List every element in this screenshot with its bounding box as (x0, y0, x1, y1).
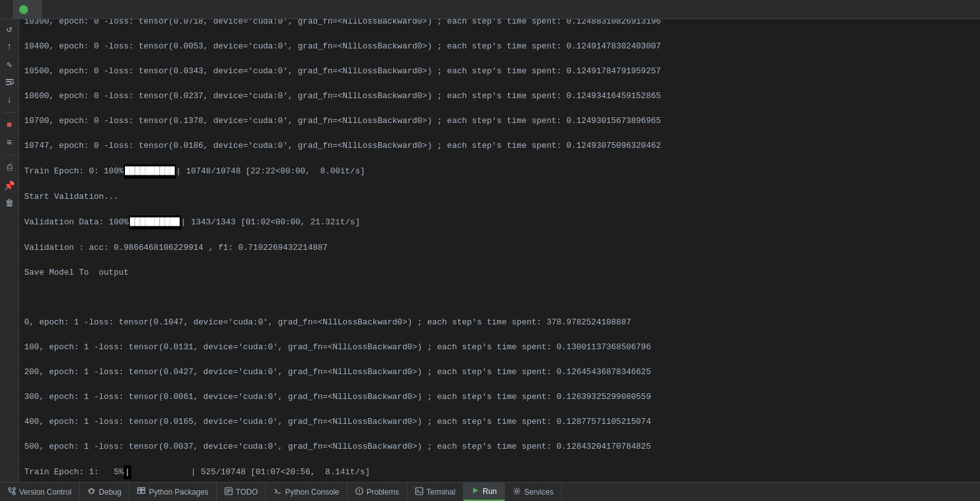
svg-rect-19 (142, 488, 145, 490)
scroll-up-button[interactable]: ↑ (3, 40, 17, 54)
bottom-tab-problems[interactable]: Problems (347, 483, 407, 501)
bottom-tab-label: TODO (236, 488, 258, 497)
python-console-icon (274, 487, 282, 497)
output-line: 10400, epoch: 0 -loss: tensor(0.0053, de… (24, 40, 975, 53)
progress-bar-1: | (124, 465, 131, 479)
output-line: 10747, epoch: 0 -loss: tensor(0.0186, de… (24, 140, 975, 152)
output-line: 100, epoch: 1 -loss: tensor(0.0131, devi… (24, 341, 975, 354)
output-line: 10300, epoch: 0 -loss: tensor(0.0718, de… (24, 19, 975, 28)
output-line: 500, epoch: 1 -loss: tensor(0.0037, devi… (24, 440, 975, 453)
svg-rect-16 (138, 490, 141, 493)
svg-line-15 (93, 492, 94, 493)
rerun-button[interactable]: ↺ (3, 22, 17, 36)
stop-button[interactable]: ■ (3, 118, 17, 132)
validation-data-progress: Validation Data: 100%██████████| 1343/13… (24, 215, 975, 229)
bottom-tab-label: Problems (367, 488, 399, 497)
clear-button[interactable]: 🗑 (3, 196, 17, 210)
output-line: 10700, epoch: 0 -loss: tensor(0.1378, de… (24, 115, 975, 127)
output-line: 10600, epoch: 0 -loss: tensor(0.0237, de… (24, 90, 975, 103)
svg-rect-1 (6, 82, 11, 83)
services-icon (513, 487, 521, 497)
train-epoch-0-progress: Train Epoch: 0: 100%██████████| 10748/10… (24, 164, 975, 178)
svg-line-14 (89, 492, 90, 493)
bottom-tab-label: Run (483, 487, 497, 496)
svg-point-9 (90, 489, 94, 493)
bottom-tab-label: Python Console (285, 488, 339, 497)
bottom-tab-debug[interactable]: Debug (80, 483, 129, 501)
main-area: ↺ ↑ ✎ ↓ ■ ≡ ⎙ 📌 🗑 9700, epoch: 0 -loss: … (0, 19, 980, 482)
pin-button[interactable]: 📌 (3, 178, 17, 192)
filters-button[interactable]: ≡ (3, 136, 17, 150)
bottom-bar: Version ControlDebugPython PackagesTODOP… (0, 482, 980, 501)
toolbar-separator-1 (4, 112, 15, 113)
svg-point-27 (359, 492, 360, 493)
toolbar-separator-2 (4, 155, 15, 156)
svg-point-5 (13, 488, 15, 490)
progress-bar-validation: ██████████ (129, 215, 181, 229)
output-line: Save Model To output (24, 266, 975, 279)
problems-icon (355, 487, 363, 497)
svg-point-3 (8, 488, 11, 490)
debug-icon (87, 487, 96, 497)
print-button[interactable]: ⎙ (3, 161, 17, 175)
svg-rect-17 (142, 490, 145, 493)
bottom-tab-version-control[interactable]: Version Control (0, 483, 80, 501)
bottom-tab-label: Python Packages (149, 488, 208, 497)
bottom-tab-label: Debug (99, 488, 121, 497)
output-line: 0, epoch: 1 -loss: tensor(0.1047, device… (24, 316, 975, 329)
svg-line-13 (93, 490, 94, 490)
empty-line (24, 291, 975, 304)
edit-button[interactable]: ✎ (3, 57, 17, 71)
python-packages-icon (137, 487, 145, 497)
toggle-wrap-button[interactable] (3, 75, 17, 89)
scroll-end-button[interactable]: ↓ (3, 93, 17, 107)
bottom-tab-label: Version Control (19, 488, 71, 497)
output-line: Validation : acc: 0.9866468106229914 , f… (24, 242, 975, 254)
bottom-tab-python-console[interactable]: Python Console (266, 483, 347, 501)
left-toolbar: ↺ ↑ ✎ ↓ ■ ≡ ⎙ 📌 🗑 (0, 19, 19, 482)
tab-bar (0, 0, 980, 19)
run-icon (471, 486, 479, 497)
run-tab[interactable] (13, 0, 43, 18)
bottom-tab-services[interactable]: Services (505, 483, 562, 501)
progress-bar-0: ██████████ (124, 164, 176, 178)
svg-rect-2 (6, 84, 10, 85)
tab-python-icon (19, 5, 28, 14)
output-line: 10500, epoch: 0 -loss: tensor(0.0343, de… (24, 65, 975, 78)
svg-rect-28 (416, 488, 423, 495)
terminal-icon (415, 487, 423, 497)
svg-point-30 (516, 490, 518, 492)
output-area[interactable]: 9700, epoch: 0 -loss: tensor(0.0173, dev… (19, 19, 980, 482)
bottom-tab-terminal[interactable]: Terminal (407, 483, 464, 501)
todo-icon (224, 487, 233, 497)
output-line: 300, epoch: 1 -loss: tensor(0.0061, devi… (24, 391, 975, 403)
output-line: Start Validation... (24, 191, 975, 203)
bottom-tab-label: Services (524, 488, 553, 497)
bottom-tab-run[interactable]: Run (464, 483, 505, 501)
svg-rect-0 (6, 79, 13, 80)
train-epoch-1-progress: Train Epoch: 1: 5%| | 525/10748 [01:07<2… (24, 465, 975, 479)
output-line: 200, epoch: 1 -loss: tensor(0.0427, devi… (24, 366, 975, 379)
bottom-tab-label: Terminal (427, 488, 455, 497)
svg-rect-18 (138, 488, 141, 490)
bottom-tab-todo[interactable]: TODO (217, 483, 266, 501)
version-control-icon (8, 487, 16, 497)
bottom-tab-python-packages[interactable]: Python Packages (129, 483, 216, 501)
output-line: 400, epoch: 1 -loss: tensor(0.0165, devi… (24, 416, 975, 428)
